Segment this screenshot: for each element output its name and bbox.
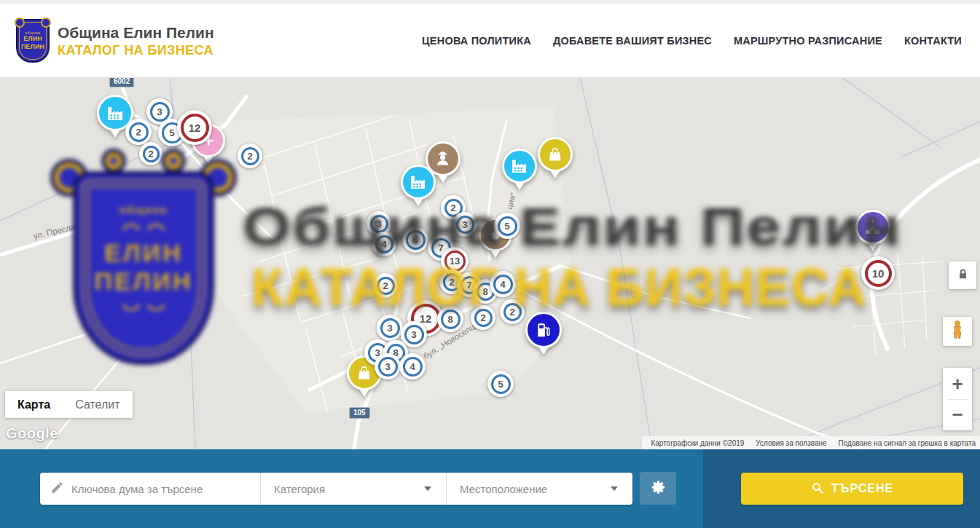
main-nav: ЦЕНОВА ПОЛИТИКАДОБАВЕТЕ ВАШИЯТ БИЗНЕСМАР… [422,4,962,77]
street-view-pegman[interactable] [943,317,972,346]
pin-bag[interactable] [538,137,573,172]
category-label: Категория [261,483,325,495]
site-title: Община Елин Пелин [58,24,214,42]
nav-item-1[interactable]: ДОБАВЕТЕ ВАШИЯТ БИЗНЕС [553,35,712,47]
map-view-button[interactable]: Карта [5,391,63,418]
chevron-down-icon [611,486,618,491]
cluster-marker[interactable]: 12 [177,110,212,145]
satellite-view-button[interactable]: Сателит [63,391,132,418]
cluster-marker[interactable]: 4 [399,353,426,379]
advanced-search-button[interactable] [640,472,676,505]
cluster-marker[interactable]: 10 [861,256,895,290]
road-badge: 105 [349,407,370,419]
pin-fuel[interactable] [525,312,562,348]
pin-factory[interactable] [401,165,436,200]
brand-text: Община Елин Пелин КАТАЛОГ НА БИЗНЕСА [58,24,214,58]
search-button[interactable]: ТЪРСЕНЕ [741,473,963,505]
magnifier-icon [811,481,824,497]
nav-item-2[interactable]: МАРШРУТНО РАЗПИСАНИЕ [734,35,882,47]
gear-icon [650,479,666,497]
cluster-marker[interactable]: 2 [238,143,262,168]
municipality-logo: община ЕЛИН ПЕЛИН [16,19,50,63]
cluster-marker[interactable]: 6 [402,226,428,253]
category-select[interactable]: Категория [260,473,446,505]
cluster-marker[interactable]: 4 [372,232,396,256]
chevron-down-icon [424,486,431,491]
emblem-line2: ПЕЛИН [21,43,44,51]
map-attribution: Картографски данни ©2019Условия за ползв… [642,436,980,449]
search-input-group: Категория Местоположение [40,473,632,505]
cluster-marker[interactable]: 3 [452,212,477,237]
terms-of-use-link[interactable]: Условия за ползване [756,439,826,447]
nav-item-3[interactable]: КОНТАКТИ [904,35,962,47]
google-logo[interactable]: Google [6,425,58,442]
zoom-control: + − [943,368,972,430]
location-select[interactable]: Местоположение [446,473,632,505]
zoom-out-button[interactable]: − [943,400,972,429]
header: община ЕЛИН ПЕЛИН Община Елин Пелин КАТА… [0,0,980,78]
pencil-icon [50,481,64,497]
cluster-marker[interactable]: 2 [373,273,398,298]
pin-factory[interactable] [502,149,537,184]
report-map-error-link[interactable]: Подаване на сигнал за грешка в картата [839,439,976,447]
nav-item-0[interactable]: ЦЕНОВА ПОЛИТИКА [422,35,531,47]
page: община ЕЛИН ПЕЛИН Община Елин Пелин КАТА… [0,0,980,528]
pin-church[interactable] [855,210,890,245]
cluster-marker[interactable]: 2 [471,305,495,330]
cluster-marker[interactable]: 5 [494,213,520,239]
cluster-marker[interactable]: 2 [139,142,162,165]
cluster-marker[interactable]: 4 [490,271,516,297]
search-panel-right: ТЪРСЕНЕ [703,449,980,528]
emblem-line1: ЕЛИН [23,35,42,43]
map-data-copyright: Картографски данни ©2019 [651,439,744,447]
lock-icon [957,269,968,283]
cluster-marker[interactable]: 3 [375,353,401,379]
zoom-in-button[interactable]: + [943,369,972,398]
cluster-marker[interactable]: 3 [377,315,403,341]
pegman-icon [947,320,968,343]
keyword-input[interactable] [64,483,260,495]
site-subtitle: КАТАЛОГ НА БИЗНЕСА [58,43,214,58]
cluster-marker[interactable]: 8 [437,306,463,332]
cluster-marker[interactable]: 2 [125,119,152,145]
keyword-segment [40,473,260,505]
road-badge: 6002 [109,78,134,87]
lock-control[interactable] [949,261,976,289]
map-type-control: Карта Сателит [5,391,133,418]
map-canvas[interactable]: 6002105 ул. Преславбул. „Новоселци“ция“ … [0,78,980,449]
brand[interactable]: община ЕЛИН ПЕЛИН Община Елин Пелин КАТА… [16,19,214,63]
search-bar: Категория Местоположение [0,449,980,528]
location-label: Местоположение [447,483,547,495]
cluster-marker[interactable]: 2 [500,299,525,324]
search-button-label: ТЪРСЕНЕ [831,482,893,495]
cluster-marker[interactable]: 5 [487,371,514,397]
